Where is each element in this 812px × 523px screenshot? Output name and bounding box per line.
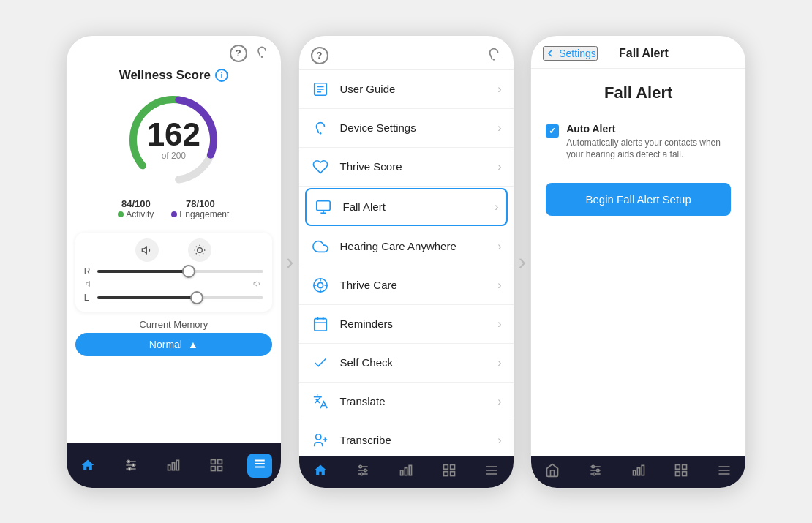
- menu-item-thrive-score[interactable]: Thrive Score ›: [299, 148, 514, 187]
- svg-rect-22: [168, 465, 170, 470]
- svg-line-13: [203, 246, 204, 247]
- device-settings-chevron: ›: [497, 121, 501, 135]
- svg-rect-38: [316, 200, 329, 210]
- user-guide-chevron: ›: [497, 83, 501, 96]
- menu-item-fall-alert[interactable]: Fall Alert ›: [305, 188, 508, 226]
- help-icon[interactable]: ?: [230, 45, 247, 62]
- user-guide-icon: [311, 80, 330, 99]
- begin-setup-button[interactable]: Begin Fall Alert Setup: [546, 183, 731, 216]
- transcribe-icon: [311, 431, 330, 450]
- nav-grid[interactable]: [195, 454, 238, 478]
- thrive-score-icon: [311, 157, 330, 176]
- nav2-menu[interactable]: [470, 463, 514, 478]
- svg-rect-24: [176, 460, 178, 470]
- phone-2: ? User Guide ›: [298, 35, 514, 489]
- phone3-page-title: Fall Alert: [598, 47, 690, 60]
- brightness-icon[interactable]: [188, 238, 211, 262]
- nav2-chart[interactable]: [385, 463, 428, 478]
- nav2-sliders[interactable]: [342, 463, 385, 478]
- nav-chart[interactable]: [152, 454, 195, 478]
- phone3-bottom-nav: [531, 456, 745, 488]
- nav2-home[interactable]: [299, 463, 342, 478]
- nav3-menu[interactable]: [703, 463, 746, 478]
- phone2-bottom-nav: [299, 456, 514, 488]
- nav-home[interactable]: [67, 454, 110, 478]
- help-icon-2[interactable]: ?: [311, 47, 328, 64]
- svg-rect-63: [409, 465, 411, 475]
- nav3-chart[interactable]: [617, 463, 660, 478]
- nav2-grid[interactable]: [427, 463, 470, 478]
- svg-marker-4: [143, 247, 147, 253]
- activity-score: 84/100: [118, 198, 154, 209]
- back-button[interactable]: Settings: [543, 46, 598, 61]
- chevron-up-icon: ▲: [188, 339, 198, 350]
- nav3-home[interactable]: [531, 463, 574, 478]
- score-ring: 162 of 200: [122, 89, 225, 191]
- svg-point-74: [592, 465, 594, 467]
- svg-rect-66: [443, 471, 448, 475]
- device-settings-icon: [311, 118, 330, 138]
- volume-icons-row: [84, 238, 263, 262]
- thrive-care-text: Thrive Care: [340, 279, 488, 291]
- volume-section: R L: [75, 233, 272, 312]
- translate-chevron: ›: [497, 395, 501, 408]
- reminders-chevron: ›: [497, 317, 501, 331]
- svg-point-0: [261, 56, 263, 58]
- memory-button[interactable]: Normal ▲: [75, 333, 272, 356]
- menu-icon-active: [247, 454, 272, 478]
- menu-item-translate[interactable]: Translate ›: [299, 383, 514, 421]
- svg-rect-82: [676, 471, 680, 475]
- phone1-bottom-nav: [67, 443, 281, 488]
- score-of: of 200: [147, 151, 200, 161]
- l-slider[interactable]: [97, 296, 263, 299]
- hearing-icon[interactable]: [255, 45, 269, 62]
- arrow-left: ›: [282, 248, 298, 275]
- menu-item-self-check[interactable]: Self Check ›: [299, 344, 514, 383]
- svg-rect-25: [211, 460, 215, 464]
- wellness-section: Wellness Score i 162 of 200: [67, 65, 281, 233]
- nav3-grid[interactable]: [660, 463, 703, 478]
- back-label: Settings: [559, 48, 596, 59]
- svg-point-76: [593, 473, 595, 475]
- svg-point-60: [361, 473, 363, 475]
- hearing-care-text: Hearing Care Anywhere: [340, 240, 488, 252]
- thrive-score-text: Thrive Score: [340, 160, 488, 173]
- svg-line-8: [196, 246, 197, 247]
- menu-item-device-settings[interactable]: Device Settings ›: [299, 109, 514, 148]
- fall-alert-chevron: ›: [495, 200, 498, 214]
- auto-alert-checkbox[interactable]: ✓: [546, 124, 559, 138]
- checkmark-icon: ✓: [549, 126, 556, 136]
- svg-rect-67: [450, 471, 454, 475]
- engagement-label: Engagement: [179, 209, 229, 219]
- r-slider[interactable]: [97, 270, 263, 273]
- svg-marker-14: [86, 281, 90, 286]
- nav3-sliders[interactable]: [574, 463, 617, 478]
- self-check-text: Self Check: [340, 356, 488, 369]
- hearing-care-chevron: ›: [497, 240, 501, 253]
- translate-icon: [311, 392, 330, 411]
- self-check-chevron: ›: [497, 356, 501, 369]
- nav-sliders[interactable]: [109, 454, 152, 478]
- transcribe-text: Transcribe: [340, 434, 488, 446]
- menu-item-reminders[interactable]: Reminders ›: [299, 305, 514, 344]
- svg-point-42: [317, 282, 323, 287]
- menu-list: User Guide › Device Settings ›: [299, 70, 514, 456]
- svg-point-5: [198, 247, 203, 252]
- menu-item-hearing-care[interactable]: Hearing Care Anywhere ›: [299, 227, 514, 266]
- menu-item-transcribe[interactable]: Transcribe ›: [299, 421, 514, 456]
- menu-item-thrive-care[interactable]: Thrive Care ›: [299, 266, 514, 305]
- svg-marker-15: [254, 281, 257, 286]
- volume-icon[interactable]: [135, 238, 159, 262]
- menu-item-user-guide[interactable]: User Guide ›: [299, 70, 514, 109]
- svg-point-51: [315, 434, 320, 439]
- hearing-icon-2[interactable]: [486, 46, 502, 65]
- nav-menu[interactable]: [238, 454, 281, 478]
- l-label: L: [84, 293, 91, 303]
- svg-point-59: [364, 469, 366, 471]
- info-icon[interactable]: i: [215, 69, 228, 82]
- thrive-score-chevron: ›: [497, 160, 501, 173]
- auto-alert-description: Automatically alerts your contacts when …: [566, 137, 731, 162]
- slider-mini-icons: [84, 279, 263, 290]
- activity-detail: 84/100 Activity: [118, 198, 154, 219]
- svg-rect-80: [676, 464, 680, 469]
